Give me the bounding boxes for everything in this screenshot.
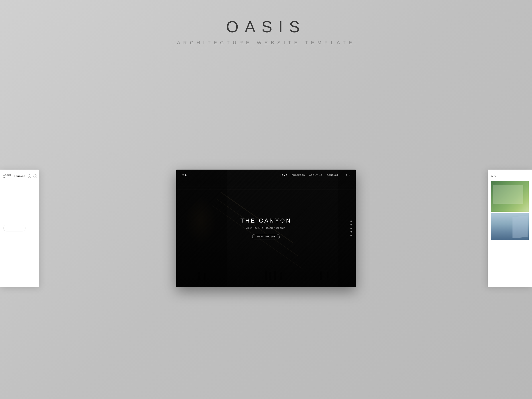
instagram-icon[interactable]: ○: [33, 174, 37, 178]
center-navbar: OA HOME PROJECTS ABOUT US CONTACT f ○: [176, 170, 356, 181]
left-line-1: [3, 223, 17, 223]
hero-subtitle: Architecture Interior Design: [241, 227, 291, 229]
nav-contact[interactable]: CONTACT: [327, 174, 338, 176]
mockups-container: ABOUT US CONTACT f ○: [0, 58, 532, 399]
dot-5[interactable]: [350, 235, 352, 236]
nav-facebook-icon[interactable]: f: [346, 174, 347, 177]
page-header: OASIS ARCHITECTURE WEBSITE TEMPLATE: [0, 0, 532, 55]
left-nav-about[interactable]: ABOUT US: [3, 174, 11, 178]
right-image-2: [491, 213, 529, 240]
dot-2[interactable]: [350, 224, 352, 225]
page-subtitle: ARCHITECTURE WEBSITE TEMPLATE: [0, 40, 532, 46]
nav-about[interactable]: ABOUT US: [310, 174, 322, 176]
left-box: [3, 225, 25, 231]
dot-4-active[interactable]: [350, 231, 352, 233]
center-mockup-card: OA HOME PROJECTS ABOUT US CONTACT f ○ TH…: [176, 170, 356, 287]
hero-content: THE CANYON Architecture Interior Design …: [241, 217, 291, 239]
right-image-1: [491, 181, 529, 212]
left-nav: ABOUT US CONTACT f ○: [3, 174, 35, 178]
dot-3[interactable]: [350, 228, 352, 229]
hero-title: THE CANYON: [241, 217, 291, 224]
nav-instagram-icon[interactable]: ○: [349, 174, 350, 177]
navbar-links: HOME PROJECTS ABOUT US CONTACT f ○: [280, 174, 350, 177]
right-logo: OA: [491, 174, 529, 177]
navbar-logo: OA: [182, 173, 187, 177]
pagination-dots: [350, 221, 352, 236]
left-nav-contact[interactable]: CONTACT: [14, 175, 25, 177]
nav-home[interactable]: HOME: [280, 174, 287, 176]
left-mockup-card: ABOUT US CONTACT f ○: [0, 170, 39, 287]
page-title: OASIS: [0, 18, 532, 36]
left-card-content: [3, 223, 35, 231]
facebook-icon[interactable]: f: [28, 174, 31, 178]
right-mockup-card: OA: [488, 170, 532, 287]
left-social: f ○: [28, 174, 37, 178]
nav-projects[interactable]: PROJECTS: [292, 174, 305, 176]
dot-1[interactable]: [350, 221, 352, 222]
view-project-button[interactable]: View Project: [252, 234, 280, 239]
navbar-social: f ○: [346, 174, 350, 177]
